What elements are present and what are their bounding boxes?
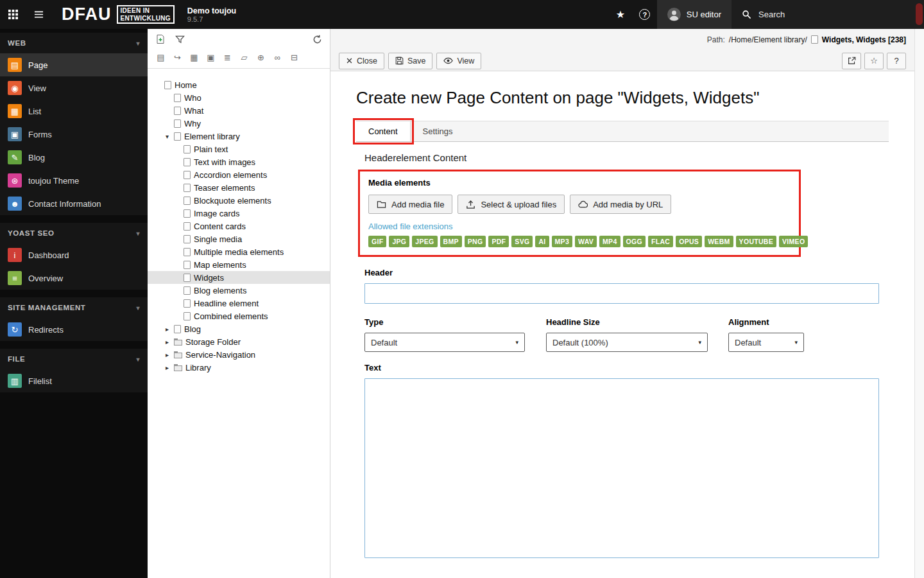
tree-node-single-media[interactable]: Single media: [148, 232, 330, 245]
filter-button[interactable]: [175, 35, 185, 47]
tree-node-text-with-images[interactable]: Text with images: [148, 155, 330, 168]
module-item-label: View: [28, 83, 46, 93]
text-textarea[interactable]: [364, 378, 879, 558]
module-item-label: Filelist: [28, 376, 52, 386]
tab-settings[interactable]: Settings: [411, 121, 465, 141]
type-settings-row: TypeDefault▾Headline SizeDefault (100%)▾…: [364, 317, 879, 352]
tree-node-image-cards[interactable]: Image cards: [148, 207, 330, 220]
tree-node-label: What: [184, 106, 203, 116]
text-field-group: Text: [364, 363, 889, 561]
expand-toggle-icon[interactable]: ▸: [164, 364, 171, 371]
scrollbar-track[interactable]: [914, 29, 924, 578]
standard-page-icon[interactable]: ▤: [155, 52, 166, 63]
expand-toggle-icon[interactable]: ▸: [164, 326, 171, 333]
search-bar[interactable]: Search: [732, 0, 924, 29]
module-item-label: Dashboard: [28, 250, 69, 260]
module-item-view[interactable]: ◉View: [0, 76, 148, 100]
module-item-list[interactable]: ▦List: [0, 100, 148, 123]
select-alignment[interactable]: Default▾: [728, 333, 804, 352]
mount-point-icon[interactable]: ▣: [205, 52, 216, 63]
tree-node-combined-elements[interactable]: Combined elements: [148, 310, 330, 322]
divider-icon[interactable]: ⊟: [289, 52, 300, 63]
tree-node-what[interactable]: What: [148, 104, 330, 117]
tree-node-plain-text[interactable]: Plain text: [148, 143, 330, 155]
header-input[interactable]: [364, 283, 879, 304]
allowed-extensions-label: Allowed file extensions: [368, 222, 791, 231]
search-label: Search: [758, 10, 785, 19]
scrollbar-thumb[interactable]: [916, 3, 923, 25]
media-button-add-media-file[interactable]: Add media file: [368, 195, 452, 214]
section-header-yoast-seo[interactable]: YOAST SEO▾: [0, 223, 148, 243]
select-headline-size[interactable]: Default (100%)▾: [546, 333, 708, 352]
tree-node-blockquote-elements[interactable]: Blockquote elements: [148, 194, 330, 207]
tree-node-map-elements[interactable]: Map elements: [148, 258, 330, 271]
expand-toggle-icon[interactable]: ▸: [164, 351, 171, 358]
user-menu-button[interactable]: SU editor: [657, 0, 732, 29]
tab-content[interactable]: Content: [356, 121, 411, 141]
tree-node-multiple-media-elements[interactable]: Multiple media elements: [148, 245, 330, 258]
tree-node-storage-folder[interactable]: ▸Storage Folder: [148, 335, 330, 348]
docheader-buttons-row: CloseSaveView ☆?: [330, 50, 914, 71]
media-button-add-media-by-url[interactable]: Add media by URL: [570, 195, 671, 214]
docheader-view-button[interactable]: View: [436, 53, 481, 69]
bookmark-button[interactable]: ★: [608, 0, 633, 29]
media-annotation-box: Media elements Add media fileSelect & up…: [358, 170, 801, 257]
module-item-overview[interactable]: ≡Overview: [0, 267, 148, 290]
new-page-button[interactable]: [155, 34, 166, 47]
tree-node-accordion-elements[interactable]: Accordion elements: [148, 168, 330, 181]
module-item-dashboard[interactable]: iDashboard: [0, 243, 148, 267]
expand-toggle-icon[interactable]: ▸: [164, 338, 171, 346]
docheader-action-external-link-icon[interactable]: [842, 53, 861, 69]
refresh-tree-button[interactable]: [312, 35, 322, 47]
list-icon: ▦: [8, 104, 22, 118]
collapse-toggle-icon[interactable]: ▾: [164, 133, 171, 140]
file-extension-badge: SVG: [511, 236, 533, 247]
tree-node-element-library[interactable]: ▾Element library: [148, 130, 330, 143]
tree-node-widgets[interactable]: Widgets: [148, 271, 330, 284]
page-icon: [184, 171, 191, 179]
docheader-save-button[interactable]: Save: [388, 53, 433, 69]
section-label: YOAST SEO: [8, 229, 55, 237]
tree-node-label: Accordion elements: [194, 170, 267, 180]
tree-node-who[interactable]: Who: [148, 91, 330, 104]
module-item-toujou-theme[interactable]: ⊛toujou Theme: [0, 169, 148, 192]
sys-folder-icon[interactable]: ▱: [239, 52, 250, 63]
module-item-blog[interactable]: ✎Blog: [0, 146, 148, 169]
module-item-forms[interactable]: ▣Forms: [0, 123, 148, 146]
section-header-site-management[interactable]: SITE MANAGEMENT▾: [0, 297, 148, 318]
tree-node-why[interactable]: Why: [148, 117, 330, 130]
tree-node-home[interactable]: Home: [148, 78, 330, 91]
tree-node-blog[interactable]: ▸Blog: [148, 322, 330, 335]
docheader-action-help-icon[interactable]: ?: [887, 53, 906, 69]
tree-node-content-cards[interactable]: Content cards: [148, 220, 330, 232]
select-type[interactable]: Default▾: [364, 333, 525, 352]
module-item-contact-information[interactable]: ☻Contact Information: [0, 192, 148, 215]
media-button-select-upload-files[interactable]: Select & upload files: [458, 195, 565, 214]
section-header-file[interactable]: FILE▾: [0, 349, 148, 369]
tree-node-library[interactable]: ▸Library: [148, 361, 330, 374]
module-item-redirects[interactable]: ↻Redirects: [0, 318, 148, 341]
modules-toggle-button[interactable]: [0, 0, 26, 29]
section-header-web[interactable]: WEB▾: [0, 33, 148, 53]
tree-node-headline-element[interactable]: Headline element: [148, 297, 330, 310]
recycler-icon[interactable]: ⊕: [255, 52, 266, 63]
pagetree-toggle-button[interactable]: [26, 0, 51, 29]
module-item-page[interactable]: ▤Page: [0, 53, 148, 76]
folder-icon: [174, 365, 182, 371]
chevron-down-icon: ▾: [136, 304, 140, 311]
form-area: Create new Page Content on page "Widgets…: [330, 71, 914, 578]
tree-node-label: Blog: [184, 324, 201, 334]
tree-node-teaser-elements[interactable]: Teaser elements: [148, 181, 330, 194]
spacer-icon[interactable]: ≣: [222, 52, 233, 63]
backend-section-icon[interactable]: ▦: [189, 52, 200, 63]
shortcut-page-icon[interactable]: ↪: [172, 52, 183, 63]
module-item-filelist[interactable]: ▥Filelist: [0, 369, 148, 392]
page-icon: [184, 197, 191, 205]
docheader-close-button[interactable]: Close: [339, 53, 384, 69]
docheader-action-shortcut-star-icon[interactable]: ☆: [864, 53, 884, 69]
link-page-icon[interactable]: ∞: [272, 52, 283, 63]
tree-node-service-navigation[interactable]: ▸Service-Navigation: [148, 348, 330, 361]
help-button[interactable]: ?: [633, 0, 657, 29]
file-extension-badge: BMP: [440, 236, 462, 247]
tree-node-blog-elements[interactable]: Blog elements: [148, 284, 330, 297]
